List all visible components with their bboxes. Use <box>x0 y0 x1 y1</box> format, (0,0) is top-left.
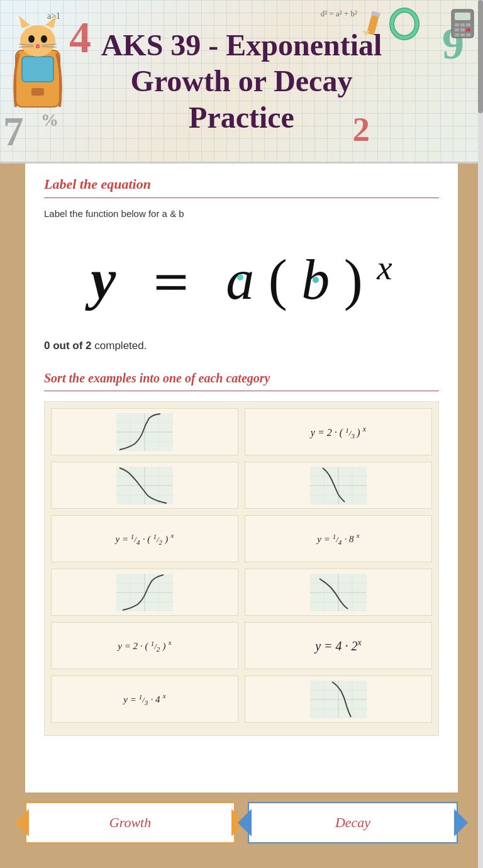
sort-cell-f5[interactable]: y = 4 · 2x <box>245 622 432 669</box>
label-equation-section: Label the equation Label the function be… <box>44 176 439 352</box>
eq-a: a <box>226 252 254 308</box>
formula-f1: y = 2 · ( 1/3 ) x <box>311 425 366 439</box>
sort-cell-f3[interactable]: y = 1/4 · 8 x <box>245 515 432 562</box>
sort-row-4 <box>51 569 432 616</box>
svg-marker-3 <box>19 16 30 28</box>
sort-cell-g4[interactable] <box>51 569 238 616</box>
eq-close-paren: ) <box>344 248 363 311</box>
equation-display: y ＝ a ( b ) x <box>44 225 439 333</box>
graph-g4 <box>116 574 173 611</box>
svg-point-7 <box>36 44 40 47</box>
sort-cell-f6[interactable]: y = 1/3 · 4 x <box>51 676 238 723</box>
graph-g3 <box>310 467 367 504</box>
svg-rect-1 <box>22 57 53 82</box>
sort-row-1: y = 2 · ( 1/3 ) x <box>51 408 432 455</box>
formula-f5: y = 4 · 2x <box>315 638 362 654</box>
svg-point-6 <box>41 35 47 43</box>
sort-row-5: y = 2 · ( 1/2 ) x y = 4 · 2x <box>51 622 432 669</box>
sort-cell-g6[interactable] <box>245 676 432 723</box>
svg-rect-20 <box>466 23 470 26</box>
svg-rect-24 <box>455 33 459 36</box>
eq-a-highlight <box>237 274 243 281</box>
sort-divider <box>44 391 439 391</box>
graph-g6 <box>310 681 367 718</box>
sort-grid: y = 2 · ( 1/3 ) x <box>44 401 439 736</box>
formula-f6: y = 1/3 · 4 x <box>123 692 165 706</box>
sort-cell-f2[interactable]: y = 1/4 · ( 1/2 ) x <box>51 515 238 562</box>
formula-f4: y = 2 · ( 1/2 ) x <box>118 638 171 652</box>
svg-rect-25 <box>460 33 465 36</box>
sort-cell-f1[interactable]: y = 2 · ( 1/3 ) x <box>245 408 432 455</box>
section-divider <box>44 198 439 198</box>
label-equation-subtitle: Label the function below for a & b <box>44 208 439 219</box>
eq-b-highlight <box>313 277 319 283</box>
sort-row-6: y = 1/3 · 4 x <box>51 676 432 723</box>
bottom-buttons-bar: Growth Decay <box>25 793 458 853</box>
eq-y: y <box>91 248 116 311</box>
svg-rect-18 <box>455 23 459 26</box>
decay-arrow-left <box>238 809 252 837</box>
eq-exponent-x: x <box>377 248 392 287</box>
sort-section: Sort the examples into one of each categ… <box>44 371 439 736</box>
decay-label: Decay <box>335 815 370 830</box>
scrollbar-track[interactable] <box>478 0 483 868</box>
sort-cell-g2[interactable] <box>51 462 238 509</box>
eq-equals: ＝ <box>143 248 199 311</box>
decay-arrow-right <box>454 809 468 837</box>
sort-cell-g3[interactable] <box>245 462 432 509</box>
label-equation-title: Label the equation <box>44 176 439 192</box>
svg-rect-21 <box>455 28 459 31</box>
progress-text: 0 out of 2 completed. <box>44 340 439 352</box>
formula-f2: y = 1/4 · ( 1/2 ) x <box>116 531 174 545</box>
eq-open-paren: ( <box>269 248 287 311</box>
sort-cell-f4[interactable]: y = 2 · ( 1/2 ) x <box>51 622 238 669</box>
sort-section-title: Sort the examples into one of each categ… <box>44 371 439 386</box>
sort-row-3: y = 1/4 · ( 1/2 ) x y = 1/4 · 8 x <box>51 515 432 562</box>
growth-label: Growth <box>109 815 151 830</box>
svg-rect-12 <box>31 88 44 96</box>
math-formula-pythagoras: d² = a² + b² <box>321 9 357 19</box>
main-content: Label the equation Label the function be… <box>25 164 458 793</box>
svg-rect-19 <box>460 23 465 26</box>
graph-g5 <box>310 574 367 611</box>
svg-rect-17 <box>455 13 470 20</box>
decay-button[interactable]: Decay <box>248 802 458 843</box>
header-banner: a>1 d² = a² + b² 4 2 9 7 % <box>0 0 483 164</box>
svg-point-2 <box>20 25 55 57</box>
calculator-icon <box>448 6 477 43</box>
growth-arrow-left <box>15 809 29 837</box>
scrollbar-thumb[interactable] <box>478 0 483 113</box>
growth-button[interactable]: Growth <box>25 802 235 843</box>
sort-row-2 <box>51 462 432 509</box>
progress-count: 0 out of 2 <box>44 340 92 352</box>
svg-point-5 <box>28 35 35 43</box>
svg-rect-26 <box>466 33 470 36</box>
formula-f3: y = 1/4 · 8 x <box>317 531 359 545</box>
graph-g2 <box>116 467 173 504</box>
page-title: AKS 39 - Exponential Growth or Decay Pra… <box>53 26 430 135</box>
svg-rect-23 <box>466 28 470 31</box>
graph-g1 <box>116 413 173 451</box>
sort-cell-g1[interactable] <box>51 408 238 455</box>
sort-cell-g5[interactable] <box>245 569 432 616</box>
progress-suffix: completed. <box>94 340 147 352</box>
eq-b: b <box>301 252 330 308</box>
svg-rect-22 <box>460 28 465 31</box>
